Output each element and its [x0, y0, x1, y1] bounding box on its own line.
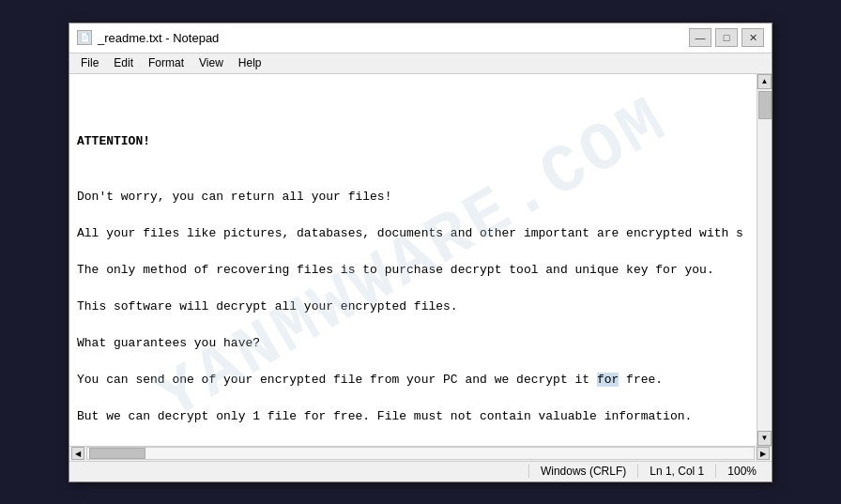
app-icon: 📄 [77, 30, 92, 45]
title-bar-left: 📄 _readme.txt - Notepad [77, 30, 219, 45]
scroll-right-arrow[interactable]: ▶ [757, 447, 770, 460]
scroll-track-h [86, 447, 755, 460]
line-7: What guarantees you have? [77, 334, 749, 353]
window-title: _readme.txt - Notepad [98, 31, 219, 45]
close-button[interactable]: ✕ [742, 28, 764, 47]
scroll-down-arrow[interactable]: ▼ [757, 431, 772, 446]
menu-bar: File Edit Format View Help [69, 53, 772, 74]
menu-file[interactable]: File [73, 54, 106, 71]
menu-view[interactable]: View [191, 54, 231, 71]
title-bar: 📄 _readme.txt - Notepad — □ ✕ [69, 23, 772, 53]
line-10: You can get and look video overview decr… [77, 444, 749, 446]
vertical-scrollbar[interactable]: ▲ ▼ [757, 74, 772, 446]
editor-area: YANMWWARE.COM ATTENTION! Don't worry, yo… [69, 74, 772, 446]
line-1: ATTENTION! [77, 132, 749, 151]
line-4: All your files like pictures, databases,… [77, 224, 749, 243]
line-9: But we can decrypt only 1 file for free.… [77, 407, 749, 426]
text-editor[interactable]: YANMWWARE.COM ATTENTION! Don't worry, yo… [69, 74, 757, 446]
scroll-left-arrow[interactable]: ◀ [71, 447, 84, 460]
line-3: Don't worry, you can return all your fil… [77, 188, 749, 206]
horizontal-scrollbar[interactable]: ◀ ▶ [69, 446, 772, 461]
line-5: The only method of recovering files is t… [77, 261, 749, 280]
menu-format[interactable]: Format [141, 54, 191, 71]
watermark: YANMWWARE.COM [138, 74, 687, 446]
zoom-status: 100% [715, 465, 768, 478]
menu-edit[interactable]: Edit [106, 54, 141, 71]
status-bar: Windows (CRLF) Ln 1, Col 1 100% [69, 461, 772, 481]
position-status: Ln 1, Col 1 [637, 465, 715, 478]
scroll-up-arrow[interactable]: ▲ [757, 74, 772, 89]
title-bar-controls: — □ ✕ [689, 28, 764, 47]
minimize-button[interactable]: — [689, 28, 711, 47]
notepad-window: 📄 _readme.txt - Notepad — □ ✕ File Edit … [69, 23, 772, 482]
encoding-status: Windows (CRLF) [528, 465, 637, 478]
scroll-thumb-v[interactable] [758, 91, 772, 119]
scroll-thumb-h[interactable] [89, 448, 145, 459]
menu-help[interactable]: Help [231, 54, 269, 71]
line-6: This software will decrypt all your encr… [77, 298, 749, 316]
maximize-button[interactable]: □ [715, 28, 738, 47]
line-8: You can send one of your encrypted file … [77, 371, 749, 389]
